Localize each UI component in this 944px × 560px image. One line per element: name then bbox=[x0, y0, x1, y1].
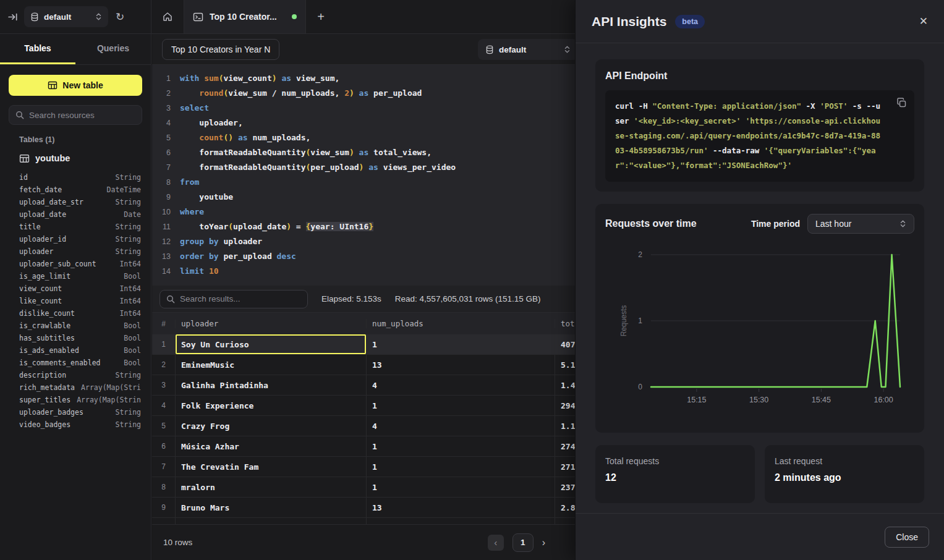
cell-uploader[interactable]: The Crevatin Fam bbox=[176, 457, 367, 477]
schema-row[interactable]: is_age_limitBool bbox=[0, 270, 151, 282]
cell-uploader[interactable]: Bruno Mars bbox=[176, 498, 367, 517]
sql-line[interactable]: 14limit 10 bbox=[152, 264, 593, 279]
home-icon[interactable] bbox=[151, 0, 184, 33]
sql-line[interactable]: 7 formatReadableQuantity(per_upload) as … bbox=[152, 160, 593, 175]
cell-uploader[interactable]: Soy Un Curioso bbox=[176, 334, 367, 354]
sql-line[interactable]: 10where bbox=[152, 205, 593, 219]
row-number: 8 bbox=[152, 477, 176, 497]
field-name: video_badges bbox=[19, 420, 115, 429]
schema-row[interactable]: is_crawlableBool bbox=[0, 320, 151, 332]
database-selector[interactable]: default bbox=[24, 6, 108, 27]
schema-row[interactable]: dislike_countInt64 bbox=[0, 307, 151, 320]
cell-num-uploads[interactable]: 1 bbox=[367, 477, 555, 497]
cell-num-uploads[interactable]: 4 bbox=[367, 416, 555, 436]
field-type: String bbox=[115, 223, 141, 231]
sql-line[interactable]: 6 formatReadableQuantity(view_sum) as to… bbox=[152, 145, 593, 160]
schema-row[interactable]: has_subtitlesBool bbox=[0, 332, 151, 344]
sql-line[interactable]: 4 uploader, bbox=[152, 116, 593, 130]
table-row[interactable]: 7The Crevatin Fam1271 bbox=[152, 457, 593, 477]
sql-line[interactable]: 9 youtube bbox=[152, 190, 593, 205]
table-row[interactable]: 3Galinha Pintadinha41.4 bbox=[152, 375, 593, 396]
schema-row[interactable]: idString bbox=[0, 171, 151, 184]
cell-num-uploads[interactable]: 1 bbox=[367, 334, 555, 354]
close-button[interactable]: Close bbox=[885, 527, 929, 548]
table-row[interactable]: 2EminemMusic135.1 bbox=[152, 355, 593, 375]
cell-num-uploads[interactable]: 4 bbox=[367, 375, 555, 395]
field-type: Int64 bbox=[119, 297, 141, 305]
table-row[interactable]: 5Crazy Frog41.1 bbox=[152, 416, 593, 436]
field-type: Date bbox=[124, 210, 141, 219]
tab-queries[interactable]: Queries bbox=[75, 34, 151, 64]
copy-icon[interactable] bbox=[896, 98, 907, 108]
schema-row[interactable]: titleString bbox=[0, 221, 151, 233]
schema-row[interactable]: video_badgesString bbox=[0, 418, 151, 431]
schema-row[interactable]: super_titlesArray(Map(Strin bbox=[0, 394, 151, 406]
schema-row[interactable]: is_ads_enabledBool bbox=[0, 344, 151, 357]
field-name: uploader_sub_count bbox=[19, 260, 119, 268]
current-page[interactable]: 1 bbox=[512, 533, 534, 552]
line-number: 1 bbox=[152, 71, 171, 86]
cell-uploader[interactable]: mralorn bbox=[176, 477, 367, 497]
next-page-button[interactable]: › bbox=[542, 537, 545, 548]
previous-page-button[interactable]: ‹ bbox=[488, 535, 504, 551]
cell-uploader[interactable]: EminemMusic bbox=[176, 355, 367, 375]
schema-row[interactable]: uploader_idString bbox=[0, 233, 151, 245]
schema-row[interactable]: uploader_badgesString bbox=[0, 406, 151, 418]
table-row[interactable]: 1Soy Un Curioso1407 bbox=[152, 334, 593, 355]
sql-line[interactable]: 3select bbox=[152, 101, 593, 116]
table-row[interactable]: 4Folk Experience1294 bbox=[152, 396, 593, 416]
cell-uploader[interactable]: Música Azhar bbox=[176, 436, 367, 456]
cell-num-uploads[interactable]: 1 bbox=[367, 457, 555, 477]
tab-top10-creators[interactable]: Top 10 Creator... bbox=[184, 0, 306, 33]
sql-line[interactable]: 12group by uploader bbox=[152, 234, 593, 249]
sql-line[interactable]: 1with sum(view_count) as view_sum, bbox=[152, 71, 593, 86]
tables-section-label: Tables (1) bbox=[19, 135, 54, 144]
sql-line[interactable]: 2 round(view_sum / num_uploads, 2) as pe… bbox=[152, 86, 593, 101]
schema-row[interactable]: uploaderString bbox=[0, 245, 151, 258]
line-number: 4 bbox=[152, 116, 171, 130]
schema-row[interactable]: upload_dateDate bbox=[0, 208, 151, 221]
search-results-input[interactable] bbox=[180, 294, 301, 303]
schema-row[interactable]: fetch_dateDateTime bbox=[0, 184, 151, 196]
tab-tables[interactable]: Tables bbox=[0, 34, 75, 64]
time-period-select[interactable]: Last hour bbox=[807, 214, 914, 234]
schema-row[interactable]: upload_date_strString bbox=[0, 196, 151, 208]
table-item-youtube[interactable]: youtube bbox=[19, 150, 143, 166]
table-row[interactable]: 9Bruno Mars132.8 bbox=[152, 498, 593, 518]
new-tab-button[interactable]: + bbox=[306, 0, 336, 33]
sql-line[interactable]: 13order by per_upload desc bbox=[152, 249, 593, 264]
schema-row[interactable]: is_comments_enabledBool bbox=[0, 357, 151, 369]
column-header-num-uploads[interactable]: num_uploads bbox=[367, 319, 555, 328]
column-header-uploader[interactable]: uploader bbox=[176, 319, 367, 328]
cell-num-uploads[interactable]: 13 bbox=[367, 498, 555, 517]
table-row[interactable]: 6Música Azhar1274 bbox=[152, 436, 593, 457]
line-number: 8 bbox=[152, 175, 171, 190]
table-row[interactable]: 8mralorn1237 bbox=[152, 477, 593, 498]
cell-uploader[interactable]: Folk Experience bbox=[176, 396, 367, 415]
cell-num-uploads[interactable]: 1 bbox=[367, 396, 555, 415]
requests-over-time-card: Requests over time Time period Last hour… bbox=[595, 204, 924, 433]
database-icon bbox=[30, 12, 39, 22]
schema-row[interactable]: descriptionString bbox=[0, 369, 151, 381]
row-number: 5 bbox=[152, 416, 176, 436]
cell-uploader[interactable]: Galinha Pintadinha bbox=[176, 375, 367, 395]
sql-line[interactable]: 5 count() as num_uploads, bbox=[152, 130, 593, 145]
schema-row[interactable]: view_countInt64 bbox=[0, 282, 151, 295]
search-resources-input[interactable] bbox=[29, 111, 138, 120]
schema-row[interactable]: like_countInt64 bbox=[0, 295, 151, 307]
cell-num-uploads[interactable]: 1 bbox=[367, 436, 555, 456]
close-icon[interactable]: ✕ bbox=[919, 15, 928, 28]
sql-line[interactable]: 8from bbox=[152, 175, 593, 190]
refresh-icon[interactable]: ↻ bbox=[116, 11, 124, 23]
cell-uploader[interactable]: Crazy Frog bbox=[176, 416, 367, 436]
table-grid-icon bbox=[19, 153, 30, 164]
sql-line[interactable]: 11 toYear(upload_date) = {year: UInt16} bbox=[152, 219, 593, 234]
schema-row[interactable]: uploader_sub_countInt64 bbox=[0, 258, 151, 270]
query-title[interactable]: Top 10 Creators in Year N bbox=[162, 39, 279, 60]
query-database-selector[interactable]: default bbox=[478, 39, 578, 60]
schema-row[interactable]: rich_metadataArray(Map(Stri bbox=[0, 381, 151, 394]
new-table-button[interactable]: New table bbox=[9, 75, 142, 96]
collapse-sidebar-icon[interactable] bbox=[7, 12, 18, 22]
sql-editor[interactable]: 1with sum(view_count) as view_sum,2 roun… bbox=[152, 65, 593, 286]
cell-num-uploads[interactable]: 13 bbox=[367, 355, 555, 375]
